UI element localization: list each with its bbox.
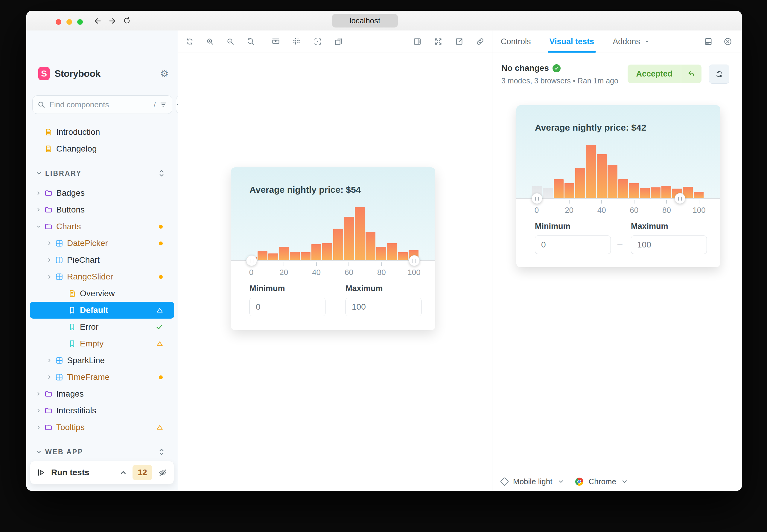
mode-selector[interactable]: Mobile light [513,477,552,486]
outline-icon[interactable] [314,37,322,46]
minimum-label: Minimum [250,284,285,293]
gear-icon[interactable]: ⚙ [160,69,169,78]
range-slider-handle-max[interactable] [675,193,685,204]
expand-collapse-icon[interactable] [158,169,164,177]
maximum-input[interactable] [631,236,707,254]
panel-position-icon[interactable] [704,37,713,46]
sidebar-item-sparkline[interactable]: SparkLine [26,352,178,369]
sidebar-item-piechart[interactable]: PieChart [26,252,178,268]
chevron-right-icon [47,275,51,279]
sidebar-item-default[interactable]: Default [30,302,174,319]
sidebar-item-charts[interactable]: Charts [26,218,178,235]
address-bar[interactable]: localhost [332,14,398,27]
zoom-window-button[interactable] [77,19,83,25]
close-panel-icon[interactable] [723,37,732,46]
sidebar-item-changelog[interactable]: Changelog [26,140,178,157]
range-slider-handle-min[interactable] [531,193,542,204]
range-slider-track[interactable] [516,198,720,199]
component-icon [55,373,63,381]
sidebar-item-introduction[interactable]: Introduction [26,124,178,140]
maximum-input[interactable] [346,298,421,316]
tab-visual-tests[interactable]: Visual tests [549,30,595,53]
search-box[interactable]: / [32,95,172,114]
create-story-button[interactable] [176,95,178,114]
range-slider-handle-min[interactable] [246,255,257,266]
copy-link-icon[interactable] [476,37,484,46]
sidebar-section-library[interactable]: LIBRARY [26,165,178,182]
changed-dot-icon [159,225,163,229]
sidebar-tree: Introduction Changelog LIBRARY [26,115,178,491]
rerun-tests-button[interactable] [709,65,729,84]
sidebar-item-tooltips[interactable]: Tooltips [26,419,178,436]
sidebar-item-error[interactable]: Error [26,319,178,335]
sidebar-item-interstitials[interactable]: Interstitials [26,402,178,419]
run-tests-button[interactable]: Run tests [51,468,89,477]
zoom-out-icon[interactable] [227,38,234,45]
minimize-window-button[interactable] [66,19,72,25]
background-icon[interactable] [334,37,343,46]
snapshot-card: Average nightly price: $42 020406080100 … [516,105,720,267]
sidebar-item-timeframe[interactable]: TimeFrame [26,369,178,386]
sidebar-item-rangeslider[interactable]: RangeSlider [26,268,178,285]
tab-addons-label: Addons [613,37,640,46]
accepted-button[interactable]: Accepted [628,65,681,83]
axis-tick-label: 0 [534,206,539,215]
chevron-down-icon [36,171,41,176]
minimum-input[interactable] [250,298,326,316]
sidebar-item-buttons[interactable]: Buttons [26,201,178,218]
reload-icon[interactable] [123,16,132,25]
histogram-bar [387,243,397,261]
sidebar-item-overview[interactable]: Overview [26,285,178,302]
sidebar-item-empty[interactable]: Empty [26,335,178,352]
axis-tick-label: 60 [630,206,638,215]
range-slider-handle-max[interactable] [409,255,420,266]
chevron-down-icon [558,480,563,483]
unaccept-icon[interactable] [681,65,702,83]
axis-tick-mark [601,200,602,204]
measure-icon[interactable] [272,37,280,46]
expand-collapse-icon[interactable] [158,448,164,456]
histogram-bar [543,188,553,199]
addons-panel: Controls Visual tests Addons No changes … [492,30,742,491]
histogram-bar [564,183,574,199]
zoom-reset-icon[interactable] [247,38,255,45]
sidebar-item-datepicker[interactable]: DatePicker [26,235,178,252]
address-bar-url: localhost [350,16,381,25]
sidebar-item-images[interactable]: Images [26,386,178,402]
tab-addons[interactable]: Addons [613,30,649,53]
open-new-tab-icon[interactable] [455,37,463,46]
run-tests-play-icon[interactable] [37,468,45,477]
browser-selector[interactable]: Chrome [589,477,616,486]
minimum-input[interactable] [535,236,611,254]
bookmark-icon [68,340,76,348]
histogram-bar [597,154,607,199]
axis-tick-label: 80 [662,206,671,215]
filter-icon[interactable] [159,101,167,108]
sidebar-section-web-app[interactable]: WEB APP [26,444,178,460]
fullscreen-icon[interactable] [434,37,442,46]
storybook-logo-icon: S [38,67,50,80]
panel-toggle-icon[interactable] [413,37,421,46]
tab-controls[interactable]: Controls [501,30,531,53]
axis-tick-label: 60 [345,268,353,277]
zoom-in-icon[interactable] [206,38,214,45]
search-input[interactable] [49,100,150,110]
collapse-chevron-icon[interactable] [120,469,126,476]
axis-tick-label: 100 [407,268,420,277]
back-icon[interactable] [93,16,102,25]
bookmark-icon [68,306,76,314]
range-slider-track[interactable] [231,260,435,261]
run-tests-bar: Run tests 12 [30,461,174,484]
panel-tabs: Controls Visual tests Addons [492,30,742,53]
changed-triangle-icon [157,425,163,430]
component-icon [55,273,63,281]
close-window-button[interactable] [56,19,61,25]
canvas-toolbar [178,30,492,53]
sidebar-item-badges[interactable]: Badges [26,185,178,201]
folder-icon [45,206,52,214]
remount-icon[interactable] [186,38,194,45]
forward-icon[interactable] [108,16,117,25]
grid-icon[interactable] [293,37,301,46]
watch-mode-icon[interactable] [158,468,167,477]
axis-tick-label: 100 [693,206,705,215]
